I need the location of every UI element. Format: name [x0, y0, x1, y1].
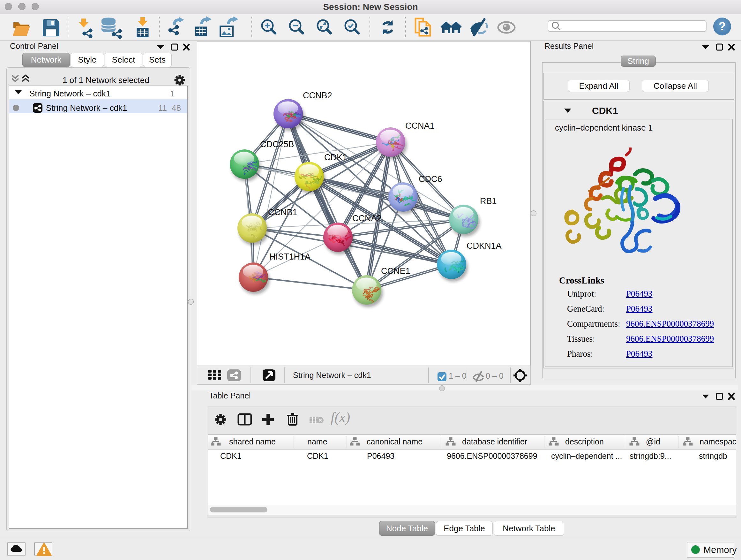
- svg-text:CCNE1: CCNE1: [381, 266, 410, 276]
- svg-text:CDC25B: CDC25B: [260, 139, 294, 149]
- svg-text:CCNA1: CCNA1: [405, 121, 434, 131]
- svg-text:CCNB2: CCNB2: [303, 91, 332, 100]
- svg-text:CDK1: CDK1: [324, 152, 347, 162]
- svg-text:HIST1H1A: HIST1H1A: [269, 252, 311, 261]
- svg-text:CCNB1: CCNB1: [268, 207, 297, 217]
- svg-text:?: ?: [719, 20, 726, 33]
- svg-text:RB1: RB1: [480, 196, 497, 206]
- svg-text:CDKN1A: CDKN1A: [467, 241, 502, 251]
- svg-text:CCNA2: CCNA2: [352, 213, 382, 223]
- svg-text:CDC6: CDC6: [419, 174, 442, 184]
